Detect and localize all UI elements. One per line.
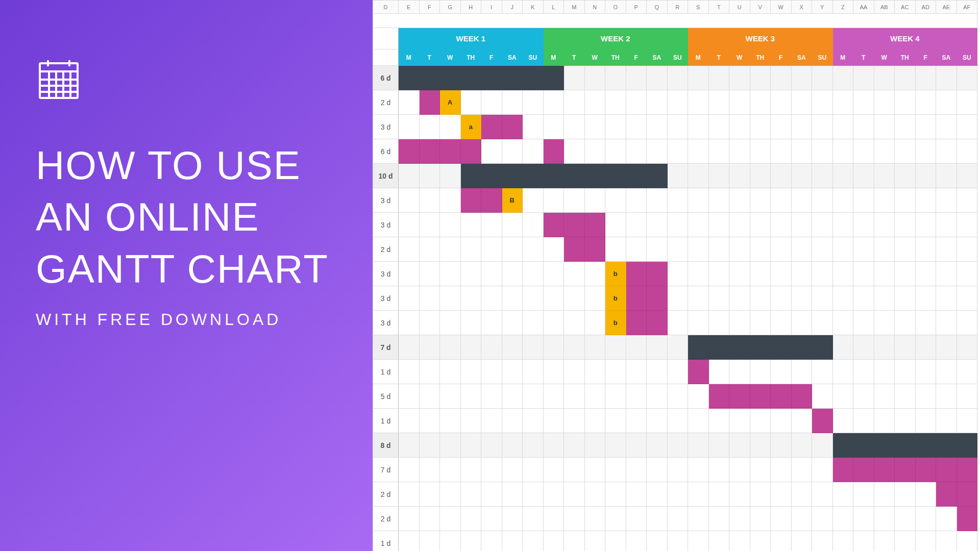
gantt-cell[interactable] [812,262,833,286]
gantt-bar-segment[interactable] [915,433,936,458]
gantt-cell[interactable] [853,482,874,507]
gantt-cell[interactable] [502,507,523,531]
gantt-cell[interactable] [626,384,647,409]
column-header[interactable]: AA [853,1,874,14]
gantt-bar-segment[interactable] [647,164,668,188]
gantt-cell[interactable] [543,384,564,409]
column-header[interactable]: O [605,1,626,14]
gantt-bar-segment[interactable] [419,139,440,164]
gantt-cell[interactable] [399,237,420,262]
gantt-bar-segment[interactable] [502,115,523,139]
gantt-cell[interactable] [440,262,461,286]
gantt-cell[interactable] [667,335,688,360]
gantt-cell[interactable] [584,115,605,139]
column-header[interactable]: T [708,1,729,14]
gantt-cell[interactable] [626,66,647,90]
gantt-cell[interactable] [771,164,792,188]
gantt-cell[interactable] [626,139,647,164]
gantt-cell[interactable] [564,66,585,90]
gantt-cell[interactable] [647,433,668,458]
gantt-cell[interactable] [502,139,523,164]
gantt-cell[interactable] [523,286,544,311]
gantt-cell[interactable] [419,237,440,262]
gantt-cell[interactable] [915,115,936,139]
gantt-bar-segment[interactable] [440,66,461,90]
gantt-bar-segment[interactable] [853,433,874,458]
gantt-cell[interactable] [957,188,977,213]
gantt-cell[interactable] [771,409,792,433]
gantt-cell[interactable] [957,213,977,237]
gantt-cell[interactable] [729,164,750,188]
gantt-cell[interactable] [708,139,729,164]
gantt-cell[interactable] [626,531,647,552]
gantt-cell[interactable] [543,335,564,360]
gantt-cell[interactable] [750,433,771,458]
gantt-cell[interactable] [832,384,853,409]
gantt-cell[interactable] [460,531,481,552]
gantt-cell[interactable] [791,531,812,552]
gantt-cell[interactable] [874,213,895,237]
gantt-cell[interactable] [543,409,564,433]
gantt-cell[interactable] [936,213,957,237]
gantt-cell[interactable] [605,335,626,360]
gantt-cell[interactable] [667,262,688,286]
gantt-cell[interactable] [750,213,771,237]
gantt-bar-segment[interactable] [729,335,750,360]
gantt-cell[interactable] [874,335,895,360]
gantt-bar-segment[interactable] [523,66,544,90]
gantt-cell[interactable] [853,164,874,188]
gantt-cell[interactable] [936,286,957,311]
gantt-bar-segment[interactable] [481,164,502,188]
gantt-bar-segment[interactable] [812,409,833,433]
gantt-cell[interactable] [874,237,895,262]
gantt-cell[interactable] [957,311,977,335]
gantt-cell[interactable] [440,360,461,384]
gantt-cell[interactable] [481,262,502,286]
gantt-cell[interactable] [729,531,750,552]
gantt-cell[interactable] [853,262,874,286]
gantt-cell[interactable] [832,360,853,384]
gantt-cell[interactable] [647,458,668,482]
gantt-cell[interactable] [936,409,957,433]
gantt-cell[interactable] [543,262,564,286]
gantt-cell[interactable] [399,188,420,213]
gantt-cell[interactable] [729,433,750,458]
gantt-cell[interactable] [957,164,977,188]
column-header[interactable]: R [667,1,688,14]
gantt-cell[interactable] [667,213,688,237]
gantt-cell[interactable] [874,507,895,531]
gantt-cell[interactable] [853,286,874,311]
gantt-cell[interactable] [523,360,544,384]
gantt-cell[interactable] [543,90,564,115]
gantt-cell[interactable] [936,164,957,188]
gantt-cell[interactable] [584,433,605,458]
gantt-cell[interactable] [771,482,792,507]
gantt-cell[interactable] [481,237,502,262]
gantt-cell[interactable] [874,164,895,188]
gantt-cell[interactable] [957,66,977,90]
gantt-cell[interactable] [957,335,977,360]
gantt-cell[interactable] [812,384,833,409]
column-header[interactable]: Q [647,1,668,14]
gantt-cell[interactable] [688,286,709,311]
gantt-cell[interactable] [874,286,895,311]
gantt-cell[interactable] [543,115,564,139]
gantt-cell[interactable] [419,507,440,531]
gantt-cell[interactable] [853,507,874,531]
gantt-cell[interactable] [791,286,812,311]
gantt-cell[interactable] [832,335,853,360]
gantt-cell[interactable] [667,360,688,384]
gantt-cell[interactable] [523,237,544,262]
gantt-cell[interactable] [419,213,440,237]
column-header[interactable]: AE [936,1,957,14]
gantt-cell[interactable] [564,458,585,482]
gantt-cell[interactable] [605,360,626,384]
gantt-cell[interactable] [543,311,564,335]
gantt-bar-segment[interactable] [791,335,812,360]
gantt-cell[interactable] [853,384,874,409]
gantt-cell[interactable] [502,531,523,552]
gantt-cell[interactable] [502,433,523,458]
gantt-bar-segment[interactable] [460,139,481,164]
gantt-cell[interactable] [584,335,605,360]
gantt-cell[interactable] [584,360,605,384]
